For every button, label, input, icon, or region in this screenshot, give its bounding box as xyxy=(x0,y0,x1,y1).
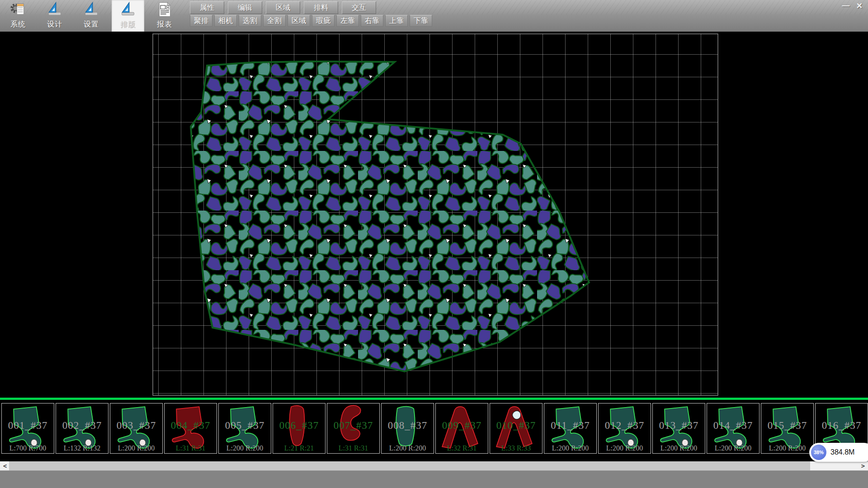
piece-lr-count: L:200 R:200 xyxy=(110,444,162,452)
piece-id: 007_#37 xyxy=(327,420,379,432)
menu-tab-interact[interactable]: 交互 xyxy=(342,1,376,14)
action-button-camera[interactable]: 相机 xyxy=(214,15,237,27)
action-button-align-bottom[interactable]: 下靠 xyxy=(410,15,432,27)
scroll-right-icon[interactable]: > xyxy=(859,461,867,470)
piece-id: 001_#37 xyxy=(2,420,54,432)
thumbnail-cell[interactable]: 008_#37L:200 R:200 xyxy=(381,403,434,454)
piece-lr-count: L:33 R:33 xyxy=(490,444,542,452)
memory-percent: 38% xyxy=(814,450,824,455)
toolbar-button-label: 排版 xyxy=(112,20,144,29)
layout-icon xyxy=(120,1,136,18)
memory-size: 384.8M xyxy=(830,448,854,456)
system-icon xyxy=(10,1,26,18)
status-bar xyxy=(0,470,868,488)
piece-lr-count: L:200 R:200 xyxy=(382,444,434,452)
piece-id: 016_#37 xyxy=(816,420,868,432)
thumbnail-cell[interactable]: 014_#37L:200 R:200 xyxy=(707,403,760,454)
piece-lr-count: L:21 R:21 xyxy=(273,444,325,452)
piece-lr-count: L:31 R:31 xyxy=(165,444,217,452)
thumbnail-cell[interactable]: 013_#37L:200 R:200 xyxy=(652,403,705,454)
action-button-defect[interactable]: 瑕疵 xyxy=(312,15,335,27)
toolbar-button-report[interactable]: 报表 xyxy=(148,0,181,32)
horizontal-scrollbar[interactable]: < > xyxy=(0,461,868,470)
piece-id: 008_#37 xyxy=(382,420,434,432)
piece-id: 004_#37 xyxy=(165,420,217,432)
toolbar-button-label: 设置 xyxy=(75,20,108,29)
thumbnail-cell[interactable]: 003_#37L:200 R:200 xyxy=(110,403,163,454)
thumbnail-cells: 001_#37L:700 R:700002_#37L:132 R:132003_… xyxy=(1,403,868,454)
piece-lr-count: L:200 R:200 xyxy=(761,444,813,452)
thumbnail-cell[interactable]: 007_#37L:31 R:31 xyxy=(327,403,380,454)
piece-lr-count: L:31 R:31 xyxy=(327,444,379,452)
piece-id: 012_#37 xyxy=(599,420,651,432)
memory-badge[interactable]: 38% 384.8M xyxy=(809,443,868,462)
piece-lr-count: L:132 R:132 xyxy=(56,444,108,452)
scrollbar-thumb[interactable] xyxy=(9,461,810,470)
toolbar: 系统设计设置排版报表 属性编辑区域排料交互 聚排相机选割全割区域瑕疵左靠右靠上靠… xyxy=(0,0,868,32)
toolbar-button-label: 设计 xyxy=(38,20,71,29)
action-button-align-right[interactable]: 右靠 xyxy=(361,15,383,27)
toolbar-button-label: 系统 xyxy=(2,20,34,29)
piece-id: 010_#37 xyxy=(490,420,542,432)
action-button-cut-all[interactable]: 全割 xyxy=(263,15,286,27)
action-button-row: 聚排相机选割全割区域瑕疵左靠右靠上靠下靠 xyxy=(190,15,434,27)
app-window: 系统设计设置排版报表 属性编辑区域排料交互 聚排相机选割全割区域瑕疵左靠右靠上靠… xyxy=(0,0,868,488)
toolbar-button-design[interactable]: 设计 xyxy=(38,0,71,32)
piece-id: 009_#37 xyxy=(436,420,488,432)
scroll-left-icon[interactable]: < xyxy=(1,461,9,470)
piece-lr-count: L:200 R:200 xyxy=(219,444,271,452)
thumbnail-cell[interactable]: 004_#37L:31 R:31 xyxy=(164,403,217,454)
action-button-cluster-nest[interactable]: 聚排 xyxy=(190,15,212,27)
piece-id: 014_#37 xyxy=(707,420,759,432)
report-icon xyxy=(156,1,173,18)
toolbar-button-system[interactable]: 系统 xyxy=(2,0,34,32)
piece-id: 013_#37 xyxy=(653,420,705,432)
action-button-align-top[interactable]: 上靠 xyxy=(385,15,408,27)
window-controls: — × xyxy=(839,1,866,11)
piece-id: 011_#37 xyxy=(544,420,596,432)
action-button-cut-selected[interactable]: 选割 xyxy=(239,15,261,27)
thumbnail-strip: 001_#37L:700 R:700002_#37L:132 R:132003_… xyxy=(0,400,868,461)
thumbnail-cell[interactable]: 001_#37L:700 R:700 xyxy=(1,403,54,454)
action-button-zone[interactable]: 区域 xyxy=(288,15,310,27)
piece-lr-count: L:700 R:700 xyxy=(2,444,54,452)
piece-id: 005_#37 xyxy=(219,420,271,432)
piece-id: 002_#37 xyxy=(56,420,108,432)
piece-lr-count: L:32 R:31 xyxy=(436,444,488,452)
thumbnail-cell[interactable]: 006_#37L:21 R:21 xyxy=(273,403,326,454)
piece-lr-count: L:200 R:200 xyxy=(653,444,705,452)
nesting-canvas[interactable] xyxy=(0,32,868,398)
thumbnail-cell[interactable]: 011_#37L:200 R:200 xyxy=(544,403,597,454)
thumbnail-cell[interactable]: 010_#37L:33 R:33 xyxy=(490,403,542,454)
toolbar-button-label: 报表 xyxy=(148,20,181,29)
thumbnail-cell[interactable]: 015_#37L:200 R:200 xyxy=(761,403,814,454)
close-icon[interactable]: × xyxy=(853,1,866,11)
piece-lr-count: L:200 R:200 xyxy=(707,444,759,452)
thumbnail-cell[interactable]: 012_#37L:200 R:200 xyxy=(598,403,651,454)
menu-tab-region[interactable]: 区域 xyxy=(266,1,300,14)
piece-id: 003_#37 xyxy=(110,420,162,432)
thumbnail-cell[interactable]: 005_#37L:200 R:200 xyxy=(218,403,271,454)
menu-tab-row: 属性编辑区域排料交互 xyxy=(190,1,380,14)
toolbar-button-layout[interactable]: 排版 xyxy=(112,0,144,32)
piece-id: 015_#37 xyxy=(761,420,813,432)
piece-id: 006_#37 xyxy=(273,420,325,432)
piece-lr-count: L:200 R:200 xyxy=(544,444,596,452)
minimize-button[interactable]: — xyxy=(839,1,853,11)
settings-icon xyxy=(83,1,99,18)
menu-tab-properties[interactable]: 属性 xyxy=(190,1,224,14)
piece-lr-count: L:200 R:200 xyxy=(599,444,651,452)
main-toolbar-buttons: 系统设计设置排版报表 xyxy=(2,0,185,32)
action-button-align-left[interactable]: 左靠 xyxy=(336,15,359,27)
thumbnail-cell[interactable]: 009_#37L:32 R:31 xyxy=(435,403,488,454)
design-icon xyxy=(47,1,63,18)
menu-tab-nesting[interactable]: 排料 xyxy=(304,1,338,14)
menu-tab-edit[interactable]: 编辑 xyxy=(228,1,262,14)
toolbar-button-settings[interactable]: 设置 xyxy=(75,0,108,32)
memory-percent-circle: 38% xyxy=(811,445,826,460)
thumbnail-cell[interactable]: 002_#37L:132 R:132 xyxy=(56,403,108,454)
